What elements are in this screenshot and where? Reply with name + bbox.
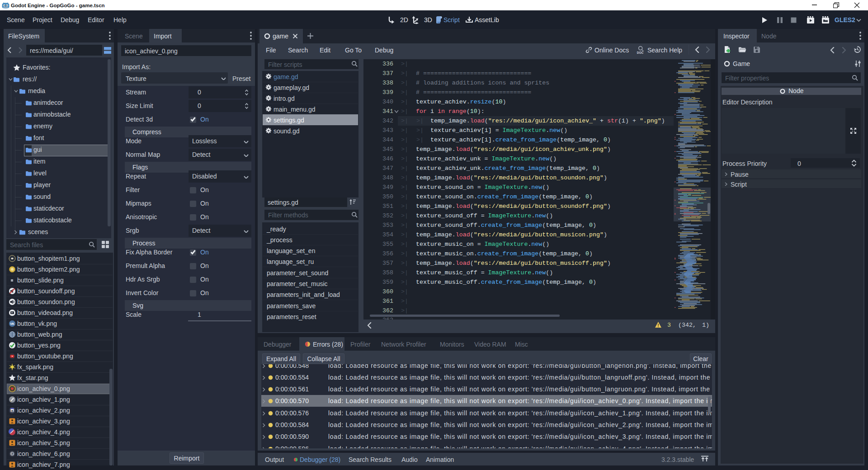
svg-text:VK: VK [10,322,14,325]
svg-text:a: a [11,409,13,412]
svg-text:DOC: DOC [637,51,644,54]
svg-text:7: 7 [11,452,13,456]
